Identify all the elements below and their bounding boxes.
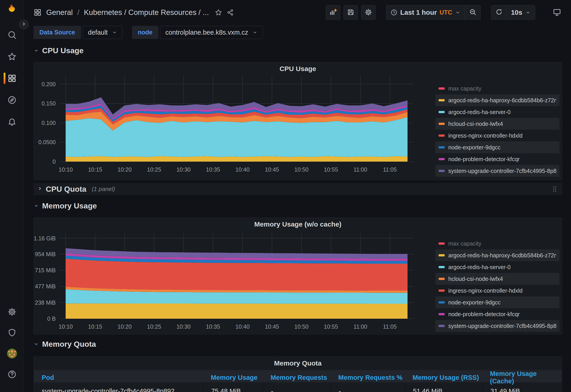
sidebar-item-apps[interactable] <box>0 73 24 83</box>
legend-swatch <box>439 99 445 101</box>
legend-item[interactable]: node-exporter-9dgcc <box>435 296 559 308</box>
legend-item[interactable]: node-problem-detector-kfcqr <box>435 308 559 320</box>
legend-item[interactable]: node-exporter-9dgcc <box>435 141 559 153</box>
save-dashboard-button[interactable] <box>343 5 358 20</box>
timezone-label: UTC <box>440 9 452 16</box>
legend-label: argocd-redis-ha-haproxy-6cdbb584b6-z72nt <box>448 252 556 259</box>
sidebar-item-star[interactable] <box>0 52 24 62</box>
star-icon <box>7 52 16 61</box>
svg-text:10:10: 10:10 <box>59 323 73 330</box>
svg-text:0.150: 0.150 <box>42 100 56 107</box>
svg-text:10:55: 10:55 <box>324 166 338 173</box>
favorite-star-icon[interactable] <box>215 9 222 16</box>
refresh-button[interactable] <box>491 5 507 19</box>
table-row: system-upgrade-controller-7cfb4c4995-8p8… <box>34 382 562 392</box>
clock-icon <box>390 9 398 16</box>
save-icon <box>347 8 355 17</box>
add-panel-button[interactable] <box>326 5 340 20</box>
chevron-right-icon <box>21 21 27 28</box>
sidebar-item-cog[interactable] <box>0 307 24 317</box>
section-title: CPU Quota <box>46 185 86 194</box>
time-range-picker[interactable]: Last 1 hour UTC <box>386 5 465 19</box>
table-header-row: PodMemory UsageMemory RequestsMemory Req… <box>34 370 562 382</box>
legend-item[interactable]: ingress-nginx-controller-hdxld <box>435 285 559 296</box>
legend-item[interactable]: hcloud-csi-node-lwfx4 <box>435 273 559 285</box>
monitor-icon <box>553 8 561 17</box>
svg-text:0 B: 0 B <box>47 316 56 322</box>
svg-text:10:15: 10:15 <box>88 166 102 173</box>
svg-text:10:30: 10:30 <box>176 166 191 173</box>
legend-swatch <box>439 313 445 315</box>
grafana-logo[interactable] <box>6 3 18 15</box>
sidebar-expand-button[interactable] <box>19 19 29 29</box>
legend-label: max capacity <box>448 85 481 92</box>
sidebar-item-search[interactable] <box>0 30 24 40</box>
svg-text:10:55: 10:55 <box>324 323 338 330</box>
legend-item[interactable]: argocd-redis-ha-haproxy-6cdbb584b6-z72nt <box>435 94 559 106</box>
legend-item[interactable]: ingress-nginx-controller-hdxld <box>435 130 559 141</box>
sidebar-item-help[interactable] <box>0 369 24 379</box>
dashboard-settings-button[interactable] <box>361 5 376 20</box>
section-header-memory-usage[interactable]: Memory Usage <box>33 200 97 212</box>
dashboards-grid-icon <box>33 8 42 16</box>
svg-text:715 MiB: 715 MiB <box>35 267 56 273</box>
sidebar-item-bell[interactable] <box>0 117 24 127</box>
section-header-memory-quota[interactable]: Memory Quota <box>33 338 96 350</box>
svg-text:11:05: 11:05 <box>383 323 397 330</box>
legend-item[interactable]: max capacity <box>435 238 559 249</box>
zoom-out-button[interactable] <box>465 5 480 19</box>
section-header-cpu-quota[interactable]: CPU Quota (1 panel) <box>33 183 562 195</box>
legend-item[interactable]: argocd-redis-ha-server-0 <box>435 106 559 118</box>
svg-text:1.16 GiB: 1.16 GiB <box>34 235 56 241</box>
chevron-down-icon <box>112 30 117 35</box>
svg-text:10:50: 10:50 <box>294 323 309 330</box>
variable-node: node controlplane.bee.k8s.vxm.cz <box>132 26 263 39</box>
legend-item[interactable]: node-problem-detector-kfcqr <box>435 153 559 165</box>
breadcrumb-root[interactable]: General <box>46 8 73 17</box>
memory-quota-panel-title[interactable]: Memory Quota <box>34 357 562 367</box>
drag-handle-icon[interactable] <box>551 185 558 193</box>
avatar-icon <box>7 348 17 359</box>
variable-datasource-value[interactable]: default <box>83 26 123 39</box>
memory-usage-legend: max capacityargocd-redis-ha-haproxy-6cdb… <box>435 238 559 332</box>
refresh-interval-picker[interactable]: 10s <box>507 5 535 19</box>
table-cell: - <box>330 382 405 392</box>
legend-item[interactable]: argocd-redis-ha-server-0 <box>435 261 559 273</box>
refresh-interval-label: 10s <box>511 9 522 16</box>
legend-swatch <box>439 87 445 90</box>
legend-item[interactable]: hcloud-csi-node-lwfx4 <box>435 118 559 130</box>
search-icon <box>7 30 16 39</box>
section-header-cpu-usage[interactable]: CPU Usage <box>33 44 84 56</box>
svg-text:11:00: 11:00 <box>353 323 367 330</box>
svg-text:10:15: 10:15 <box>88 323 102 330</box>
chevron-right-icon <box>37 186 43 192</box>
sidebar-item-avatar[interactable] <box>0 349 24 359</box>
svg-text:11:05: 11:05 <box>383 166 397 173</box>
sidebar-item-compass[interactable] <box>0 95 24 105</box>
chevron-down-icon <box>252 30 258 35</box>
legend-swatch <box>439 170 445 172</box>
legend-item[interactable]: max capacity <box>435 83 559 94</box>
apps-icon <box>7 74 16 83</box>
cycle-view-mode-button[interactable] <box>550 5 564 20</box>
breadcrumb: General / Kubernetes / Compute Resources… <box>33 8 234 17</box>
svg-text:10:25: 10:25 <box>147 166 161 173</box>
legend-label: argocd-redis-ha-haproxy-6cdbb584b6-z72nt <box>448 97 556 104</box>
variable-node-value[interactable]: controlplane.bee.k8s.vxm.cz <box>160 26 263 39</box>
top-bar: General / Kubernetes / Compute Resources… <box>24 0 571 25</box>
legend-label: system-upgrade-controller-7cfb4c4995-8p8… <box>448 323 556 329</box>
legend-label: argocd-redis-ha-server-0 <box>448 264 511 270</box>
legend-label: system-upgrade-controller-7cfb4c4995-8p8… <box>448 168 556 174</box>
svg-text:477 MiB: 477 MiB <box>35 283 56 290</box>
section-title: CPU Usage <box>42 46 84 55</box>
share-icon[interactable] <box>227 9 234 16</box>
help-icon <box>7 370 16 379</box>
legend-item[interactable]: system-upgrade-controller-7cfb4c4995-8p8… <box>435 165 559 177</box>
sidebar-item-shield[interactable] <box>0 328 24 338</box>
legend-swatch <box>439 254 445 256</box>
chevron-down-icon <box>525 10 531 15</box>
svg-text:10:45: 10:45 <box>265 166 279 173</box>
legend-item[interactable]: argocd-redis-ha-haproxy-6cdbb584b6-z72nt <box>435 249 559 261</box>
legend-item[interactable]: system-upgrade-controller-7cfb4c4995-8p8… <box>435 320 559 332</box>
breadcrumb-dashboard[interactable]: Kubernetes / Compute Resources / ... <box>84 8 209 17</box>
